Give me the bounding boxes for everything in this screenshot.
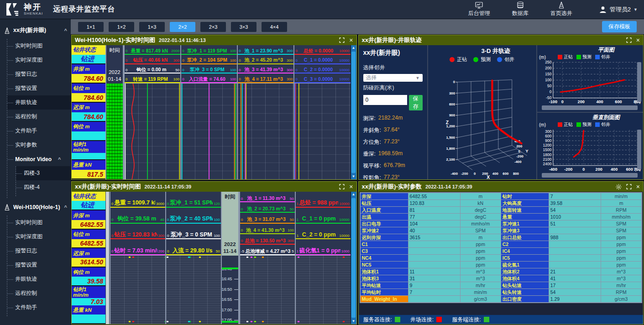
bl-vertical-scrollbar[interactable]: ▲▼ — [351, 192, 356, 324]
connection-label: 服务端连接: — [452, 316, 481, 324]
axis-unit-label: (m) — [539, 55, 546, 60]
layout-button-1×1[interactable]: 1×1 — [78, 22, 104, 32]
section-vertical-scrollbar[interactable] — [637, 130, 641, 169]
curve-label: 0转速 = 119 RPM100 — [125, 73, 180, 83]
layout-button-3×3[interactable]: 3×3 — [231, 22, 257, 32]
sidebar-item[interactable]: ----远程控制 — [7, 286, 71, 300]
well-header[interactable]: Wei-H100(Hole-1)^ — [0, 198, 71, 215]
chart-track: 1总烃 = 988 ppm100001C_1 = 0 ppm100001C_2 … — [295, 192, 351, 324]
data-dot — [132, 257, 134, 258]
scroll-up-icon[interactable]: ▲ — [352, 45, 356, 51]
close-icon[interactable]: × — [636, 183, 640, 190]
plan-vertical-scrollbar[interactable] — [637, 62, 641, 102]
plan-horizontal-scrollbar[interactable] — [542, 105, 638, 110]
sidebar-item[interactable]: ----实时参数 — [7, 138, 71, 152]
close-icon[interactable]: × — [636, 37, 640, 43]
chart-track: 0池_1 = 23.90 m^33000池_2 = 45.20 m^33000池… — [237, 45, 293, 179]
curve-min: 0 — [126, 77, 127, 82]
anti-collision-distance-input[interactable] — [363, 95, 407, 105]
bl-side-strip[interactable] — [105, 192, 110, 324]
sidebar-item[interactable]: ----文件助手 — [7, 300, 71, 315]
scroll-up-icon[interactable]: ▲ — [352, 192, 356, 197]
plan-view-canvas: 250200150100500-50-1000200400600800(m) — [539, 60, 641, 105]
param-value: 784.60 — [72, 93, 105, 102]
layout-button-4×4[interactable]: 4×4 — [262, 22, 287, 32]
curve-min: 0 — [167, 234, 169, 238]
param-label: 钻位 m — [72, 84, 105, 93]
save-template-button[interactable]: 保存模板 — [602, 21, 637, 32]
sidebar-item[interactable]: ----井眼轨迹 — [7, 95, 71, 110]
sidebar-item[interactable]: ----井眼轨迹 — [7, 272, 71, 286]
layout-button-1×2[interactable]: 1×2 — [109, 22, 134, 32]
sidebar-item[interactable]: ----文件助手 — [7, 124, 71, 138]
param-value-cell: 120.83 — [408, 200, 460, 206]
sidebar-item-label: 报警日志 — [15, 70, 37, 78]
nav-item-home-wells[interactable]: 首页选井 — [550, 1, 572, 17]
collapse-chevron-icon: ^ — [64, 28, 67, 33]
param-unit-cell: m/hr — [601, 282, 641, 288]
close-icon[interactable]: × — [349, 37, 353, 43]
save-button[interactable]: 保存 — [409, 95, 423, 110]
param-label: 迟深 m — [72, 248, 105, 258]
legend-swatch — [497, 57, 502, 62]
user-name: 管理员2 — [610, 5, 631, 14]
expand-icon[interactable] — [339, 184, 345, 189]
section-horizontal-scrollbar[interactable] — [542, 173, 638, 178]
sidebar-item-label: 井眼轨迹 — [15, 99, 37, 106]
curve-min: 1 — [297, 249, 298, 254]
expand-icon[interactable] — [626, 37, 632, 43]
param-value: 817.5 — [72, 170, 105, 178]
sidebar-item[interactable]: ----报警日志 — [7, 244, 71, 258]
trajectory-3d-plot: 3-D 井轨迹 正钻预测邻井 03006009001,2001,5001,800… — [428, 45, 537, 179]
expand-icon[interactable] — [339, 37, 345, 43]
curve-label: 0泵冲_1 = 119 SPM100 — [181, 45, 237, 55]
svg-text:600: 600 — [615, 100, 622, 104]
layout-button-2×3[interactable]: 2×3 — [200, 22, 226, 32]
nav-item-database[interactable]: 数据库 — [512, 1, 529, 17]
sidebar-item[interactable]: ----报警设置 — [7, 81, 71, 95]
data-dot — [251, 257, 252, 258]
legend-swatch — [473, 57, 478, 62]
curve-max: 10000 — [339, 218, 349, 222]
curve-max: 100 — [230, 68, 236, 73]
param-value — [72, 315, 105, 323]
sidebar-item[interactable]: ----Monitor Video^ — [7, 152, 71, 166]
data-dot — [262, 257, 264, 258]
sidebar-item[interactable]: ----报警设置 — [7, 258, 71, 272]
offset-well-select[interactable]: 选择 ▼ — [363, 74, 423, 82]
layout-button-2×2[interactable]: 2×2 — [170, 22, 195, 32]
layout-button-1×3[interactable]: 1×3 — [139, 22, 165, 32]
curve-max: 10000 — [339, 202, 349, 206]
curve-min: 0 — [295, 49, 297, 53]
legend-swatch — [576, 55, 581, 59]
sidebar-item[interactable]: ----实时时间图 — [7, 39, 71, 53]
expand-icon[interactable] — [626, 184, 632, 189]
track-chart-area — [110, 256, 165, 324]
curve-name-value: 泵冲_2 = 40 SPM — [170, 215, 213, 222]
sidebar-item[interactable]: ----远程控制 — [7, 110, 71, 124]
param-value-cell — [408, 262, 460, 268]
sidebar-item[interactable]: ----报警日志 — [7, 67, 71, 81]
sidebar-item[interactable]: ----实时深度图 — [7, 53, 71, 67]
sidebar-item[interactable]: ----实时深度图 — [7, 230, 71, 244]
scroll-down-icon[interactable]: ▼ — [352, 319, 356, 324]
scroll-down-icon[interactable]: ▼ — [352, 174, 356, 179]
derrick-icon — [4, 204, 10, 211]
tl-vertical-scrollbar[interactable]: ▲▼ — [351, 45, 356, 179]
close-icon[interactable]: × — [349, 183, 353, 190]
well-header[interactable]: xx井(新井眼)^ — [0, 21, 71, 39]
section-legend: 正钻预测邻井 — [558, 121, 610, 128]
stat-label: 方位角: — [363, 138, 381, 146]
svg-text:600: 600 — [626, 167, 633, 172]
app-logo: 神开 SHENKAI — [0, 3, 43, 16]
curve-max: 10000 — [339, 77, 349, 82]
sidebar-item[interactable]: ----四楼-3 — [16, 166, 71, 180]
user-menu[interactable]: 管理员2 ▼ — [599, 5, 638, 14]
sidebar-item[interactable]: ----实时时间图 — [7, 215, 71, 230]
sidebar-item[interactable]: ----四楼-4 — [16, 180, 71, 194]
nav-item-admin[interactable]: 后台管理 — [468, 2, 490, 17]
gear-icon[interactable] — [616, 184, 622, 190]
param-label: 悬重 kN — [72, 160, 105, 170]
legend-label: 预测 — [582, 121, 592, 128]
param-value: 6482.55 — [72, 239, 105, 248]
